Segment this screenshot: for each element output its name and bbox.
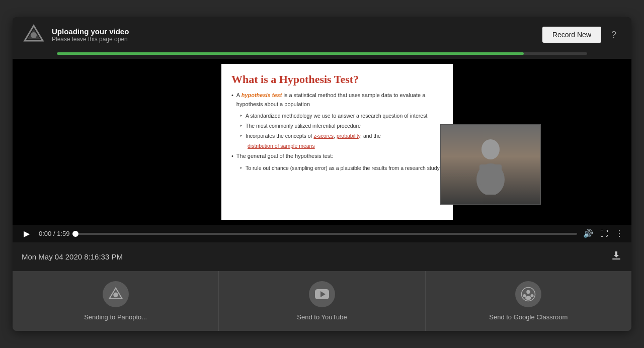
svg-point-3: [481, 139, 500, 159]
send-to-panopto-button[interactable]: Sending to Panopto...: [13, 271, 219, 331]
header: Uploading your video Please leave this p…: [13, 17, 631, 59]
distribution-link: distribution of sample means: [248, 143, 315, 149]
youtube-share-icon: [309, 281, 335, 307]
header-left: Uploading your video Please leave this p…: [23, 24, 129, 46]
slide-bullet-1: A hypothesis test is a statistical metho…: [231, 91, 443, 109]
bullet1-text: A hypothesis test is a statistical metho…: [236, 91, 443, 109]
video-date: Mon May 04 2020 8:16:33 PM: [22, 252, 123, 261]
svg-point-15: [525, 296, 531, 300]
video-controls-bar: ▶ 0:00 / 1:59 🔊 ⛶ ⋮: [13, 225, 631, 242]
progress-track: [57, 52, 587, 55]
slide-body: A hypothesis test is a statistical metho…: [221, 91, 453, 172]
classroom-label: Send to Google Classroom: [489, 313, 568, 321]
person-silhouette: [470, 134, 511, 195]
classroom-icon-svg: [521, 287, 536, 302]
video-area: What is a Hypothesis Test? A hypothesis …: [13, 59, 631, 225]
more-options-button[interactable]: ⋮: [615, 229, 623, 238]
seek-bar[interactable]: [75, 233, 577, 235]
header-right: Record New ?: [542, 27, 621, 43]
sub3-continued: distribution of sample means: [248, 142, 443, 150]
time-display: 0:00 / 1:59: [39, 230, 69, 237]
slide-sub-2: The most commonly utilized inferential p…: [239, 122, 443, 130]
probability-link: probability: [337, 133, 360, 139]
bullet2-text: The general goal of the hypothesis test:: [236, 152, 334, 161]
zscores-link: z-scores: [313, 133, 334, 139]
youtube-icon-svg: [315, 289, 329, 299]
svg-point-14: [531, 294, 534, 297]
share-bar: Sending to Panopto... Send to YouTube: [13, 271, 631, 331]
fullscreen-button[interactable]: ⛶: [600, 229, 608, 238]
download-icon: [610, 249, 622, 262]
app-window: Uploading your video Please leave this p…: [13, 17, 631, 331]
sub1-text: A standardized methodology we use to ans…: [246, 112, 427, 120]
panopto-icon-svg: [108, 287, 123, 302]
svg-point-2: [31, 32, 37, 38]
slide-sub-1: A standardized methodology we use to ans…: [239, 112, 443, 120]
webcam-overlay: [440, 124, 541, 205]
seek-ball: [72, 231, 78, 237]
header-title: Uploading your video: [52, 27, 129, 36]
send-to-classroom-button[interactable]: Send to Google Classroom: [426, 271, 631, 331]
sub3-text: Incorporates the concepts of z-scores, p…: [246, 132, 381, 140]
record-new-button[interactable]: Record New: [542, 27, 601, 43]
slide-content-area: What is a Hypothesis Test? A hypothesis …: [221, 64, 453, 220]
progress-fill: [57, 52, 524, 55]
svg-point-13: [523, 294, 526, 297]
svg-point-8: [113, 293, 118, 298]
slide-title: What is a Hypothesis Test?: [221, 64, 453, 91]
download-button[interactable]: [610, 249, 622, 264]
send-to-youtube-button[interactable]: Send to YouTube: [219, 271, 425, 331]
play-button[interactable]: ▶: [21, 228, 33, 239]
sub2-text: The most commonly utilized inferential p…: [246, 122, 361, 130]
panopto-share-icon: [103, 281, 129, 307]
header-subtitle: Please leave this page open: [52, 36, 129, 43]
video-ctrl-right: 🔊 ⛶ ⋮: [583, 229, 623, 238]
svg-point-12: [527, 290, 531, 294]
header-title-block: Uploading your video Please leave this p…: [52, 27, 129, 43]
youtube-label: Send to YouTube: [297, 313, 347, 321]
webcam-person: [441, 125, 540, 204]
classroom-share-icon: [515, 281, 541, 307]
hypothesis-test-term: hypothesis test: [242, 92, 282, 98]
panopto-logo-icon: [23, 24, 45, 46]
info-bar: Mon May 04 2020 8:16:33 PM: [13, 242, 631, 271]
upload-progress-bar-container: [13, 52, 631, 59]
slide-bullet-2: The general goal of the hypothesis test:: [231, 152, 443, 161]
svg-rect-5: [479, 164, 502, 185]
help-button[interactable]: ?: [606, 27, 621, 42]
sub4-text: To rule out chance (sampling error) as a…: [246, 164, 440, 172]
slide-sub-3: Incorporates the concepts of z-scores, p…: [239, 132, 443, 140]
volume-button[interactable]: 🔊: [583, 229, 593, 238]
svg-rect-6: [612, 258, 620, 259]
panopto-label: Sending to Panopto...: [84, 313, 147, 321]
slide-sub-4: To rule out chance (sampling error) as a…: [239, 164, 443, 172]
